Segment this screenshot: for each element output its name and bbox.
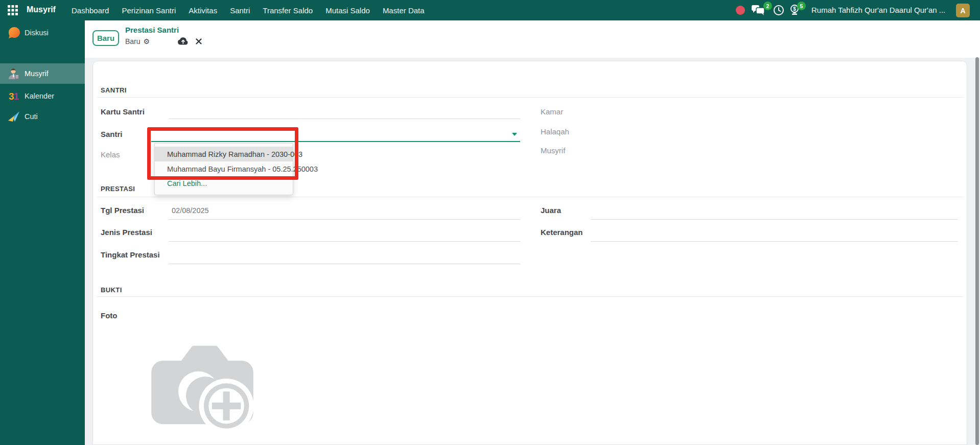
saldo-count-badge: 5 [797,2,806,10]
breadcrumb-record: Baru ⚙ [125,37,150,45]
tgl-prestasi-label: Tgl Prestasi [101,206,144,215]
santri-input[interactable] [151,141,520,142]
jenis-prestasi-label: Jenis Prestasi [101,228,152,237]
tingkat-prestasi-input[interactable] [169,264,520,264]
photo-upload-camera-icon[interactable] [145,337,260,434]
apps-grid-icon[interactable] [8,5,18,15]
dropdown-option[interactable]: Muhammad Bayu Firmansyah - 05.25.250003 [155,161,293,176]
sidebar-label: Musyrif [25,69,49,78]
sidebar-item-cuti[interactable]: Cuti [0,106,85,127]
breadcrumb-bar [85,20,980,58]
sidebar-item-kalender[interactable]: 31 Kalender [0,86,85,106]
menu-mutasi-saldo[interactable]: Mutasi Saldo [325,6,370,15]
messages-icon[interactable] [751,5,765,18]
tgl-prestasi-input[interactable] [169,219,520,220]
vertical-scrollbar[interactable] [975,57,979,445]
santri-autocomplete-dropdown: Muhammad Rizky Ramadhan - 2030-003 Muham… [154,143,293,195]
kartu-santri-label: Kartu Santri [101,107,145,116]
breadcrumb-model-link[interactable]: Prestasi Santri [125,26,179,34]
discard-x-icon[interactable] [195,38,202,46]
musyrif-app-window: Musyrif Dashboard Perizinan Santri Aktiv… [0,0,980,445]
menu-perizinan-santri[interactable]: Perizinan Santri [122,6,176,15]
chevron-down-icon[interactable] [512,133,517,136]
calendar-31-icon: 31 [7,89,20,103]
section-title-bukti: BUKTI [101,286,122,294]
menu-aktivitas[interactable]: Aktivitas [189,6,217,15]
jenis-prestasi-input[interactable] [169,241,520,242]
record-name: Baru [125,37,141,45]
search-more-link[interactable]: Cari Lebih... [155,179,293,188]
foto-label: Foto [101,311,117,320]
new-record-button[interactable]: Baru [92,30,119,46]
section-title-prestasi: PRESTASI [101,185,135,193]
kartu-santri-input[interactable] [169,119,520,119]
musyrif-person-icon [7,67,20,81]
menu-santri[interactable]: Santri [230,6,250,15]
sidebar-label: Kalender [25,92,54,100]
user-avatar[interactable]: A [956,4,970,17]
company-name[interactable]: Rumah Tahfizh Qur'an Daarul Qur'an ... [811,6,945,14]
kelas-label: Kelas [101,150,120,159]
keterangan-label: Keterangan [541,228,583,237]
sidebar-label: Diskusi [25,29,49,37]
sidebar-item-musyrif[interactable]: Musyrif [0,63,85,84]
section-divider [97,197,963,197]
menu-master-data[interactable]: Master Data [383,6,425,15]
juara-input[interactable] [591,219,958,220]
menu-dashboard[interactable]: Dashboard [72,6,109,15]
halaqah-label: Halaqah [541,127,569,136]
dropdown-option[interactable]: Muhammad Rizky Ramadhan - 2030-003 [155,147,293,161]
recording-indicator-dot [736,6,745,15]
svg-text:$: $ [793,6,796,12]
app-brand-title[interactable]: Musyrif [27,5,56,14]
top-navbar: Musyrif Dashboard Perizinan Santri Aktiv… [0,0,980,20]
timeoff-plane-icon [7,110,20,124]
gear-icon[interactable]: ⚙ [144,37,150,45]
left-sidebar: Diskusi Musyrif 31 Kalender [0,20,85,445]
tgl-prestasi-value[interactable]: 02/08/2025 [172,206,209,215]
cloud-save-icon[interactable] [177,36,189,47]
section-divider [97,296,963,297]
section-title-santri: SANTRI [101,86,127,94]
activities-clock-icon[interactable] [773,5,784,18]
juara-label: Juara [541,206,561,215]
keterangan-input[interactable] [591,241,958,242]
musyrif-label: Musyrif [541,146,565,155]
navbar-menu: Dashboard Perizinan Santri Aktivitas San… [72,0,425,20]
messages-count-badge: 2 [763,2,772,10]
sidebar-item-diskusi[interactable]: Diskusi [0,22,85,43]
discuss-bubble-icon [7,26,20,40]
santri-label: Santri [101,130,123,139]
sidebar-label: Cuti [25,112,38,121]
section-divider [97,97,963,98]
menu-transfer-saldo[interactable]: Transfer Saldo [263,6,313,15]
kamar-label: Kamar [541,107,563,116]
tingkat-prestasi-label: Tingkat Prestasi [101,250,160,260]
